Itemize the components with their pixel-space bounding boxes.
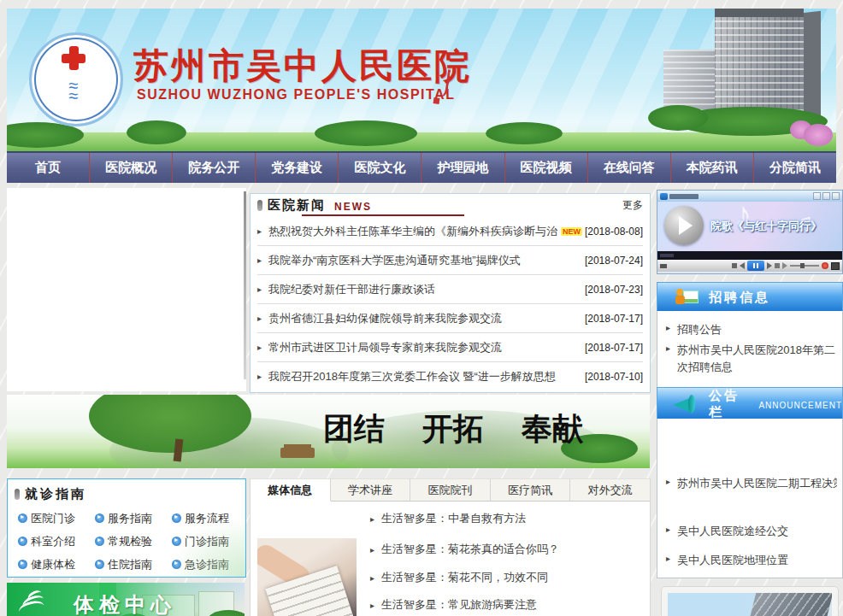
next-icon[interactable] <box>767 262 772 269</box>
nav-item-online-qa[interactable]: 在线问答 <box>588 153 671 183</box>
tree-decoration <box>315 120 417 146</box>
announcement-item[interactable]: 苏州市吴中人民医院二期工程决策事 <box>666 475 837 492</box>
news-item[interactable]: 我院举办“南京医科大学医患沟通研究基地”揭牌仪式 [2018-07-24] <box>257 246 643 275</box>
player-controls <box>657 260 842 272</box>
nav-item-hospital-culture[interactable]: 医院文化 <box>339 153 422 183</box>
news-item-title[interactable]: 热烈祝贺大外科主任陈革华主编的《新编外科疾病诊断与治 <box>268 224 557 239</box>
record-icon[interactable] <box>822 262 828 269</box>
intro-building-image: 医院简介 <box>668 593 832 616</box>
snapshot-icon[interactable] <box>831 262 840 270</box>
nav-item-home[interactable]: 首页 <box>7 153 90 183</box>
previous-icon[interactable] <box>740 262 745 269</box>
recruit-item[interactable]: 招聘公告 <box>666 321 837 338</box>
circle-arrow-icon <box>18 560 27 569</box>
tab-medical-briefs[interactable]: 医疗简讯 <box>491 478 571 502</box>
triangle-bullet-icon <box>370 601 379 610</box>
maximize-icon[interactable] <box>822 192 830 200</box>
news-item[interactable]: 我院召开2018年度第三次党委工作会议 暨“进一步解放思想 [2018-07-1… <box>257 362 643 390</box>
triangle-bullet-icon <box>257 285 266 294</box>
intro-building-tower <box>742 593 832 616</box>
news-more-link[interactable]: 更多 <box>622 198 643 213</box>
guide-link-outpatient-guide[interactable]: 门诊指南 <box>165 530 242 553</box>
playlist-icon[interactable] <box>775 263 780 268</box>
nav-item-nursing[interactable]: 护理园地 <box>422 153 504 183</box>
media-item[interactable]: 生活智多星：菊花不同，功效不同 <box>370 570 548 585</box>
logo-cross-icon <box>69 46 79 70</box>
media-item[interactable]: 生活智多星：中暑自救有方法 <box>370 511 526 526</box>
triangle-bullet-icon <box>257 343 266 352</box>
news-item[interactable]: 贵州省德江县妇幼保健院领导前来我院参观交流 [2018-07-17] <box>257 304 643 333</box>
checkup-center-title[interactable]: 体检中心 <box>74 591 176 616</box>
close-icon[interactable] <box>832 192 840 200</box>
news-item-title[interactable]: 我院召开2018年度第三次党委工作会议 暨“进一步解放思想 <box>268 369 556 384</box>
guide-link-service-guide[interactable]: 服务指南 <box>88 507 165 530</box>
recruit-item[interactable]: 苏州市吴中人民医院2018年第二次招聘信息 <box>666 342 837 376</box>
nav-item-party-building[interactable]: 党务建设 <box>256 153 339 183</box>
megaphone-icon <box>673 394 697 414</box>
seek-bar[interactable] <box>657 251 842 260</box>
visit-guide-panel: 就诊指南 医院门诊 服务指南 服务流程 科室介绍 常规检验 门诊指南 健康体检 … <box>7 478 246 578</box>
tree-decoration <box>648 105 708 131</box>
triangle-bullet-icon <box>666 554 675 563</box>
menu-icon[interactable] <box>660 264 667 268</box>
pause-button[interactable] <box>747 261 764 271</box>
media-photo <box>257 538 357 616</box>
bench-decoration <box>280 448 315 458</box>
hospital-intro-card[interactable]: 医院简介 <box>661 586 839 616</box>
triangle-bullet-icon <box>257 372 266 381</box>
nav-item-hospital-video[interactable]: 医院视频 <box>505 153 588 183</box>
tree-decoration <box>486 122 563 144</box>
media-info-panel: 媒体信息 学术讲座 医院院刊 医疗简讯 对外交流 生活智多星：中暑自救有方法 生… <box>250 478 651 616</box>
news-item[interactable]: 我院纪委对新任干部进行廉政谈话 [2018-07-23] <box>257 275 643 304</box>
announcement-item[interactable]: 吴中人民医院途经公交 <box>666 523 837 540</box>
guide-link-emergency-guide[interactable]: 急诊指南 <box>165 553 242 576</box>
volume-slider[interactable] <box>790 265 819 267</box>
guide-link-inpatient-guide[interactable]: 住院指南 <box>88 553 165 576</box>
recruit-header[interactable]: 招聘信息 <box>657 282 843 313</box>
announcement-item[interactable]: 吴中人民医院地理位置 <box>666 552 837 569</box>
slogan-word: 开拓 <box>422 410 484 446</box>
news-item[interactable]: 热烈祝贺大外科主任陈革华主编的《新编外科疾病诊断与治 NEW [2018-08-… <box>257 217 643 246</box>
triangle-bullet-icon <box>666 323 675 332</box>
media-item[interactable]: 生活智多星：常见旅游病要注意 <box>370 597 537 613</box>
swan-logo-icon <box>19 591 48 613</box>
news-item-title[interactable]: 我院纪委对新任干部进行廉政谈话 <box>268 282 435 297</box>
recruit-title: 招聘信息 <box>709 290 770 306</box>
player-screen[interactable]: ♪ ♫ 院歌《与红十字同行》 <box>657 202 842 251</box>
news-item-title[interactable]: 我院举办“南京医科大学医患沟通研究基地”揭牌仪式 <box>268 253 521 268</box>
guide-link-routine-tests[interactable]: 常规检验 <box>88 530 165 553</box>
guide-link-departments[interactable]: 科室介绍 <box>11 530 88 553</box>
nav-item-pharmacy-news[interactable]: 本院药讯 <box>671 153 754 183</box>
play-button[interactable] <box>664 206 704 245</box>
triangle-bullet-icon <box>370 514 379 524</box>
tab-media-info[interactable]: 媒体信息 <box>251 478 331 502</box>
triangle-bullet-icon <box>257 226 266 236</box>
news-item-title[interactable]: 常州市武进区卫计局领导专家前来我院参观交流 <box>268 340 502 355</box>
slideshow-area[interactable] <box>7 188 246 391</box>
hospital-logo: ≈ ≈ <box>29 32 123 126</box>
video-player[interactable]: ♪ ♫ 院歌《与红十字同行》 <box>657 190 843 274</box>
nav-item-branch-intro[interactable]: 分院简讯 <box>754 153 836 183</box>
guide-link-outpatient[interactable]: 医院门诊 <box>11 507 88 530</box>
tab-external-exchange[interactable]: 对外交流 <box>570 478 650 502</box>
flower-decoration <box>804 124 833 146</box>
circle-arrow-icon <box>172 537 181 546</box>
stop-icon[interactable] <box>732 263 737 268</box>
volume-icon[interactable] <box>782 262 787 269</box>
announcement-subtitle: ANNOUNCEMENT <box>758 401 842 410</box>
tab-academic-lectures[interactable]: 学术讲座 <box>331 478 411 502</box>
guide-link-service-flow[interactable]: 服务流程 <box>165 507 242 530</box>
guide-link-health-checkup[interactable]: 健康体检 <box>11 553 88 576</box>
nav-item-hospital-overview[interactable]: 医院概况 <box>90 153 173 183</box>
media-item[interactable]: 生活智多星：菊花茶真的适合你吗？ <box>370 542 559 557</box>
announcement-header[interactable]: 公告栏 ANNOUNCEMENT <box>657 387 843 420</box>
checkup-center-banner[interactable]: 体检中心 <box>7 583 245 616</box>
news-header: 医院新闻 NEWS 更多 <box>251 194 650 217</box>
news-item-title[interactable]: 贵州省德江县妇幼保健院领导前来我院参观交流 <box>268 311 502 326</box>
nav-item-affairs-public[interactable]: 院务公开 <box>173 153 256 183</box>
minimize-icon[interactable] <box>813 192 821 200</box>
section-bullet-icon <box>15 489 20 500</box>
tab-hospital-journal[interactable]: 医院院刊 <box>410 478 491 502</box>
seek-label <box>660 254 674 257</box>
news-item[interactable]: 常州市武进区卫计局领导专家前来我院参观交流 [2018-07-17] <box>257 333 643 362</box>
